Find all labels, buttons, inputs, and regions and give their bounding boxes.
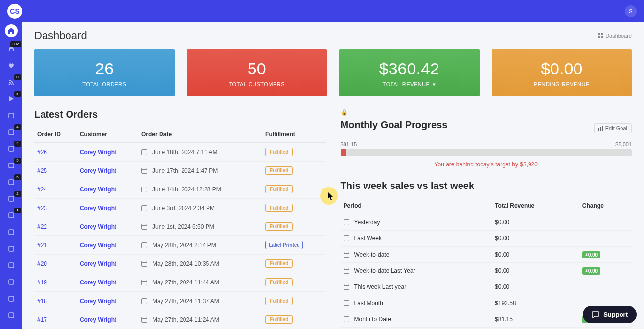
sidebar-badge: 1 [14, 208, 21, 213]
sidebar-badge: 0 [14, 74, 21, 80]
customer-link[interactable]: Corey Wright [80, 223, 116, 230]
order-id-link[interactable]: #23 [37, 205, 47, 212]
sidebar-item-user-refresh[interactable] [6, 111, 16, 120]
sidebar-item-headset[interactable]: 302 [6, 44, 16, 54]
sidebar-badge: 302 [10, 41, 21, 47]
weekly-th-period: Period [341, 197, 492, 214]
svg-rect-23 [598, 128, 599, 131]
svg-rect-12 [9, 296, 14, 301]
svg-rect-5 [9, 180, 14, 185]
revenue-value: $0.00 [492, 328, 579, 329]
period-label: Last Month [354, 300, 383, 306]
calendar-icon [141, 224, 147, 230]
sidebar-item-heart[interactable] [6, 61, 16, 70]
sidebar-item-cube-stack[interactable]: 4 [6, 144, 16, 154]
sidebar-item-rss[interactable]: 0 [6, 77, 16, 87]
sidebar-item-chart-bar[interactable] [6, 327, 16, 329]
svg-rect-13 [9, 313, 14, 318]
avatar[interactable]: S [625, 5, 637, 17]
chart-icon [598, 126, 603, 131]
customer-link[interactable]: Corey Wright [80, 260, 116, 267]
sidebar-item-mobile[interactable] [6, 310, 16, 320]
sidebar-item-home[interactable] [5, 24, 18, 37]
order-id-link[interactable]: #22 [37, 223, 47, 230]
main-content: Dashboard Dashboard 26 TOTAL ORDERS50 TO… [22, 22, 644, 329]
table-row: #22 Corey Wright June 1st, 2024 6:50 PM … [34, 217, 326, 236]
period-label: Week-to-date [354, 251, 390, 258]
customer-link[interactable]: Corey Wright [80, 298, 116, 305]
calendar-icon [141, 298, 147, 304]
calendar-icon [344, 268, 349, 274]
sidebar: 30205445521 [0, 22, 22, 329]
order-id-link[interactable]: #24 [37, 186, 47, 193]
customer-link[interactable]: Corey Wright [80, 149, 116, 156]
sidebar-item-users[interactable]: 2 [6, 194, 16, 204]
table-row: #26 Corey Wright June 18th, 2024 7:11 AM… [34, 143, 326, 162]
table-row: Yesterday $0.00 [341, 214, 632, 231]
logo[interactable]: CS [7, 4, 22, 19]
order-id-link[interactable]: #18 [37, 298, 47, 305]
order-id-link[interactable]: #25 [37, 167, 47, 174]
revenue-value: $0.00 [492, 279, 579, 295]
order-date: June 1st, 2024 6:50 PM [152, 223, 214, 230]
customer-link[interactable]: Corey Wright [80, 279, 116, 286]
orders-title: Latest Orders [34, 109, 326, 120]
svg-rect-20 [601, 33, 603, 35]
order-id-link[interactable]: #26 [37, 149, 47, 156]
sidebar-item-screen[interactable] [6, 244, 16, 254]
table-row: #23 Corey Wright June 3rd, 2024 2:34 PM … [34, 199, 326, 217]
calendar-icon [141, 242, 147, 248]
sidebar-item-gear[interactable] [6, 277, 16, 287]
status-badge: Fulfilled [265, 278, 293, 286]
stat-card-2[interactable]: $360.42 TOTAL REVENUE▾ [339, 49, 480, 96]
revenue-value: $192.58 [492, 295, 579, 311]
change-badge: +0.00 [582, 251, 600, 258]
goal-message: You are behind today's target by $3,920 [341, 161, 632, 168]
stat-label: TOTAL CUSTOMERS [192, 81, 322, 87]
status-badge: Fulfilled [265, 166, 293, 175]
table-row: #24 Corey Wright June 14th, 2024 12:28 P… [34, 180, 326, 199]
breadcrumb[interactable]: Dashboard [598, 33, 632, 39]
table-row: #17 Corey Wright May 27th, 2024 11:24 AM… [34, 310, 326, 329]
stat-card-3: $0.00 PENDING REVENUE [492, 49, 632, 96]
calendar-icon [344, 284, 349, 290]
customer-link[interactable]: Corey Wright [80, 205, 116, 212]
calendar-icon [344, 300, 349, 306]
period-label: Yesterday [354, 219, 380, 226]
sidebar-item-user-plus[interactable] [6, 227, 16, 237]
sidebar-item-share[interactable] [6, 294, 16, 304]
stat-value: $360.42 [344, 59, 475, 78]
sidebar-item-cube[interactable]: 4 [6, 127, 16, 137]
status-badge: Fulfilled [265, 259, 293, 268]
status-badge: Fulfilled [265, 315, 293, 324]
support-button[interactable]: Support [583, 306, 637, 323]
customer-link[interactable]: Corey Wright [80, 242, 116, 249]
stat-card-1: 50 TOTAL CUSTOMERS [187, 49, 327, 96]
svg-rect-25 [602, 126, 603, 131]
weekly-title: This week sales vs last week [341, 180, 632, 191]
order-date: May 28th, 2024 2:14 PM [152, 242, 216, 249]
orders-table: Order ID Customer Order Date Fulfillment… [34, 126, 326, 329]
sidebar-item-pen[interactable]: 1 [6, 211, 16, 220]
order-id-link[interactable]: #20 [37, 260, 47, 267]
revenue-value: $0.00 [492, 247, 579, 263]
sidebar-item-play[interactable]: 5 [6, 94, 16, 104]
svg-rect-24 [600, 127, 601, 131]
order-id-link[interactable]: #21 [37, 242, 47, 249]
sidebar-item-return[interactable]: 5 [6, 161, 16, 170]
stat-cards: 26 TOTAL ORDERS50 TOTAL CUSTOMERS$360.42… [34, 49, 632, 96]
svg-rect-1 [9, 113, 14, 118]
goal-current: $81.15 [341, 141, 357, 147]
support-label: Support [603, 311, 628, 318]
customer-link[interactable]: Corey Wright [80, 186, 116, 193]
edit-goal-button[interactable]: Edit Goal [594, 123, 632, 133]
order-date: May 28th, 2024 10:35 AM [152, 260, 219, 267]
revenue-value: $81.15 [492, 311, 579, 328]
sidebar-item-return2[interactable]: 5 [6, 177, 16, 187]
order-id-link[interactable]: #17 [37, 316, 47, 323]
calendar-icon [141, 317, 147, 323]
customer-link[interactable]: Corey Wright [80, 316, 116, 323]
sidebar-item-package[interactable] [6, 260, 16, 270]
order-id-link[interactable]: #19 [37, 279, 47, 286]
customer-link[interactable]: Corey Wright [80, 167, 116, 174]
